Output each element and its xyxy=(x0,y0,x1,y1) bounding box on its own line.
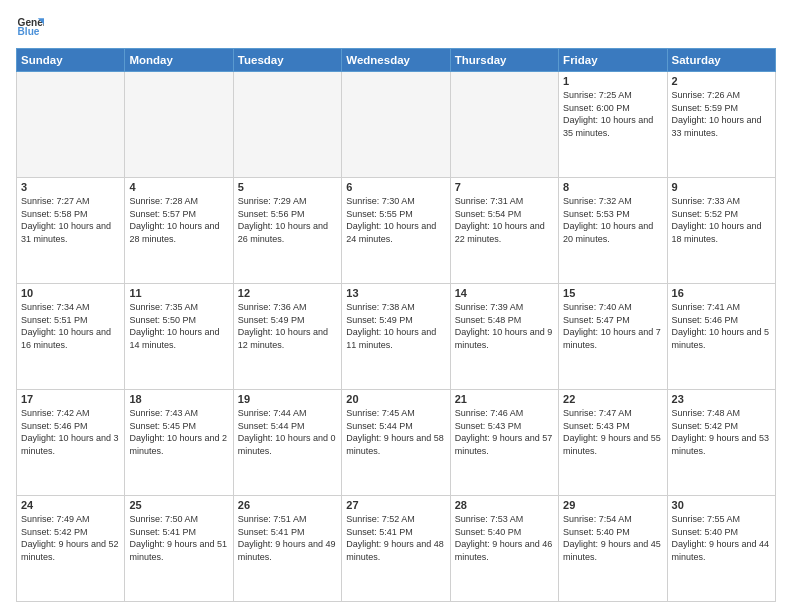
calendar-cell: 22Sunrise: 7:47 AM Sunset: 5:43 PM Dayli… xyxy=(559,390,667,496)
day-number: 17 xyxy=(21,393,120,405)
weekday-saturday: Saturday xyxy=(667,49,775,72)
calendar-cell: 6Sunrise: 7:30 AM Sunset: 5:55 PM Daylig… xyxy=(342,178,450,284)
day-number: 4 xyxy=(129,181,228,193)
day-info: Sunrise: 7:52 AM Sunset: 5:41 PM Dayligh… xyxy=(346,513,445,563)
day-info: Sunrise: 7:45 AM Sunset: 5:44 PM Dayligh… xyxy=(346,407,445,457)
day-info: Sunrise: 7:31 AM Sunset: 5:54 PM Dayligh… xyxy=(455,195,554,245)
calendar-cell xyxy=(450,72,558,178)
calendar-cell: 3Sunrise: 7:27 AM Sunset: 5:58 PM Daylig… xyxy=(17,178,125,284)
calendar-cell: 13Sunrise: 7:38 AM Sunset: 5:49 PM Dayli… xyxy=(342,284,450,390)
weekday-friday: Friday xyxy=(559,49,667,72)
day-info: Sunrise: 7:34 AM Sunset: 5:51 PM Dayligh… xyxy=(21,301,120,351)
day-number: 18 xyxy=(129,393,228,405)
calendar-cell: 7Sunrise: 7:31 AM Sunset: 5:54 PM Daylig… xyxy=(450,178,558,284)
header: General Blue xyxy=(16,12,776,40)
calendar-cell xyxy=(17,72,125,178)
day-number: 25 xyxy=(129,499,228,511)
calendar-cell: 28Sunrise: 7:53 AM Sunset: 5:40 PM Dayli… xyxy=(450,496,558,602)
calendar-cell: 18Sunrise: 7:43 AM Sunset: 5:45 PM Dayli… xyxy=(125,390,233,496)
calendar-cell: 29Sunrise: 7:54 AM Sunset: 5:40 PM Dayli… xyxy=(559,496,667,602)
calendar-cell: 4Sunrise: 7:28 AM Sunset: 5:57 PM Daylig… xyxy=(125,178,233,284)
day-info: Sunrise: 7:48 AM Sunset: 5:42 PM Dayligh… xyxy=(672,407,771,457)
day-info: Sunrise: 7:38 AM Sunset: 5:49 PM Dayligh… xyxy=(346,301,445,351)
day-number: 10 xyxy=(21,287,120,299)
day-info: Sunrise: 7:26 AM Sunset: 5:59 PM Dayligh… xyxy=(672,89,771,139)
day-number: 5 xyxy=(238,181,337,193)
day-info: Sunrise: 7:40 AM Sunset: 5:47 PM Dayligh… xyxy=(563,301,662,351)
day-number: 22 xyxy=(563,393,662,405)
day-number: 6 xyxy=(346,181,445,193)
day-number: 8 xyxy=(563,181,662,193)
day-number: 3 xyxy=(21,181,120,193)
calendar-cell: 20Sunrise: 7:45 AM Sunset: 5:44 PM Dayli… xyxy=(342,390,450,496)
week-row-4: 17Sunrise: 7:42 AM Sunset: 5:46 PM Dayli… xyxy=(17,390,776,496)
day-number: 13 xyxy=(346,287,445,299)
calendar-cell: 12Sunrise: 7:36 AM Sunset: 5:49 PM Dayli… xyxy=(233,284,341,390)
weekday-thursday: Thursday xyxy=(450,49,558,72)
calendar: SundayMondayTuesdayWednesdayThursdayFrid… xyxy=(16,48,776,602)
day-info: Sunrise: 7:49 AM Sunset: 5:42 PM Dayligh… xyxy=(21,513,120,563)
week-row-5: 24Sunrise: 7:49 AM Sunset: 5:42 PM Dayli… xyxy=(17,496,776,602)
day-number: 12 xyxy=(238,287,337,299)
day-number: 7 xyxy=(455,181,554,193)
day-info: Sunrise: 7:27 AM Sunset: 5:58 PM Dayligh… xyxy=(21,195,120,245)
day-number: 24 xyxy=(21,499,120,511)
day-number: 14 xyxy=(455,287,554,299)
calendar-cell: 23Sunrise: 7:48 AM Sunset: 5:42 PM Dayli… xyxy=(667,390,775,496)
calendar-cell: 21Sunrise: 7:46 AM Sunset: 5:43 PM Dayli… xyxy=(450,390,558,496)
weekday-tuesday: Tuesday xyxy=(233,49,341,72)
day-number: 16 xyxy=(672,287,771,299)
week-row-1: 1Sunrise: 7:25 AM Sunset: 6:00 PM Daylig… xyxy=(17,72,776,178)
calendar-cell: 19Sunrise: 7:44 AM Sunset: 5:44 PM Dayli… xyxy=(233,390,341,496)
day-number: 29 xyxy=(563,499,662,511)
day-info: Sunrise: 7:25 AM Sunset: 6:00 PM Dayligh… xyxy=(563,89,662,139)
day-number: 23 xyxy=(672,393,771,405)
day-info: Sunrise: 7:55 AM Sunset: 5:40 PM Dayligh… xyxy=(672,513,771,563)
page: General Blue SundayMondayTuesdayWednesda… xyxy=(0,0,792,612)
calendar-cell: 14Sunrise: 7:39 AM Sunset: 5:48 PM Dayli… xyxy=(450,284,558,390)
day-number: 21 xyxy=(455,393,554,405)
calendar-cell: 15Sunrise: 7:40 AM Sunset: 5:47 PM Dayli… xyxy=(559,284,667,390)
day-info: Sunrise: 7:33 AM Sunset: 5:52 PM Dayligh… xyxy=(672,195,771,245)
calendar-cell xyxy=(342,72,450,178)
day-info: Sunrise: 7:53 AM Sunset: 5:40 PM Dayligh… xyxy=(455,513,554,563)
day-number: 28 xyxy=(455,499,554,511)
day-info: Sunrise: 7:30 AM Sunset: 5:55 PM Dayligh… xyxy=(346,195,445,245)
calendar-cell: 17Sunrise: 7:42 AM Sunset: 5:46 PM Dayli… xyxy=(17,390,125,496)
calendar-cell: 2Sunrise: 7:26 AM Sunset: 5:59 PM Daylig… xyxy=(667,72,775,178)
calendar-cell: 16Sunrise: 7:41 AM Sunset: 5:46 PM Dayli… xyxy=(667,284,775,390)
week-row-3: 10Sunrise: 7:34 AM Sunset: 5:51 PM Dayli… xyxy=(17,284,776,390)
weekday-header-row: SundayMondayTuesdayWednesdayThursdayFrid… xyxy=(17,49,776,72)
svg-text:Blue: Blue xyxy=(18,26,40,37)
day-info: Sunrise: 7:36 AM Sunset: 5:49 PM Dayligh… xyxy=(238,301,337,351)
day-info: Sunrise: 7:47 AM Sunset: 5:43 PM Dayligh… xyxy=(563,407,662,457)
day-info: Sunrise: 7:54 AM Sunset: 5:40 PM Dayligh… xyxy=(563,513,662,563)
day-info: Sunrise: 7:28 AM Sunset: 5:57 PM Dayligh… xyxy=(129,195,228,245)
weekday-wednesday: Wednesday xyxy=(342,49,450,72)
calendar-cell: 26Sunrise: 7:51 AM Sunset: 5:41 PM Dayli… xyxy=(233,496,341,602)
calendar-cell: 24Sunrise: 7:49 AM Sunset: 5:42 PM Dayli… xyxy=(17,496,125,602)
day-number: 2 xyxy=(672,75,771,87)
calendar-cell: 25Sunrise: 7:50 AM Sunset: 5:41 PM Dayli… xyxy=(125,496,233,602)
day-info: Sunrise: 7:42 AM Sunset: 5:46 PM Dayligh… xyxy=(21,407,120,457)
day-number: 30 xyxy=(672,499,771,511)
calendar-cell: 8Sunrise: 7:32 AM Sunset: 5:53 PM Daylig… xyxy=(559,178,667,284)
day-number: 11 xyxy=(129,287,228,299)
logo: General Blue xyxy=(16,12,44,40)
day-info: Sunrise: 7:46 AM Sunset: 5:43 PM Dayligh… xyxy=(455,407,554,457)
day-info: Sunrise: 7:35 AM Sunset: 5:50 PM Dayligh… xyxy=(129,301,228,351)
calendar-cell: 10Sunrise: 7:34 AM Sunset: 5:51 PM Dayli… xyxy=(17,284,125,390)
calendar-cell xyxy=(233,72,341,178)
day-number: 9 xyxy=(672,181,771,193)
calendar-cell: 30Sunrise: 7:55 AM Sunset: 5:40 PM Dayli… xyxy=(667,496,775,602)
logo-icon: General Blue xyxy=(16,12,44,40)
calendar-cell xyxy=(125,72,233,178)
day-number: 26 xyxy=(238,499,337,511)
day-info: Sunrise: 7:51 AM Sunset: 5:41 PM Dayligh… xyxy=(238,513,337,563)
day-info: Sunrise: 7:43 AM Sunset: 5:45 PM Dayligh… xyxy=(129,407,228,457)
calendar-cell: 5Sunrise: 7:29 AM Sunset: 5:56 PM Daylig… xyxy=(233,178,341,284)
day-info: Sunrise: 7:50 AM Sunset: 5:41 PM Dayligh… xyxy=(129,513,228,563)
calendar-cell: 9Sunrise: 7:33 AM Sunset: 5:52 PM Daylig… xyxy=(667,178,775,284)
day-number: 19 xyxy=(238,393,337,405)
day-info: Sunrise: 7:41 AM Sunset: 5:46 PM Dayligh… xyxy=(672,301,771,351)
